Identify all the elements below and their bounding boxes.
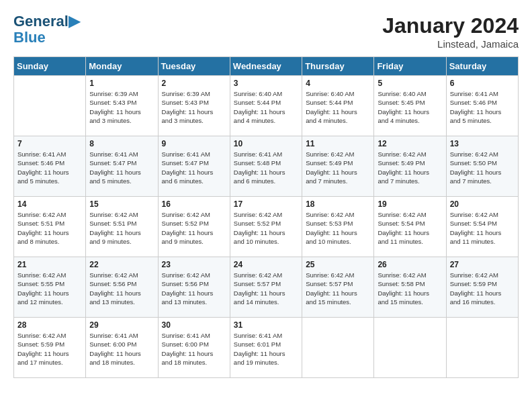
calendar-cell: 22Sunrise: 6:42 AM Sunset: 5:56 PM Dayli… xyxy=(86,257,158,318)
header-day-monday: Monday xyxy=(86,57,158,76)
calendar-cell: 19Sunrise: 6:42 AM Sunset: 5:54 PM Dayli… xyxy=(374,197,446,257)
day-info: Sunrise: 6:40 AM Sunset: 5:44 PM Dayligh… xyxy=(306,89,370,125)
day-info: Sunrise: 6:39 AM Sunset: 5:43 PM Dayligh… xyxy=(89,89,154,125)
calendar-cell: 16Sunrise: 6:42 AM Sunset: 5:52 PM Dayli… xyxy=(158,197,230,257)
day-info: Sunrise: 6:40 AM Sunset: 5:45 PM Dayligh… xyxy=(378,89,442,125)
day-number: 30 xyxy=(162,320,226,330)
day-info: Sunrise: 6:42 AM Sunset: 5:51 PM Dayligh… xyxy=(17,210,82,246)
week-row-1: 1Sunrise: 6:39 AM Sunset: 5:43 PM Daylig… xyxy=(14,76,519,136)
day-number: 29 xyxy=(89,320,154,330)
day-info: Sunrise: 6:41 AM Sunset: 5:47 PM Dayligh… xyxy=(162,150,226,185)
header-day-wednesday: Wednesday xyxy=(230,57,302,76)
header-day-thursday: Thursday xyxy=(302,57,374,76)
day-number: 24 xyxy=(234,260,298,269)
calendar-cell: 20Sunrise: 6:42 AM Sunset: 5:54 PM Dayli… xyxy=(446,197,518,257)
calendar-cell: 28Sunrise: 6:42 AM Sunset: 5:59 PM Dayli… xyxy=(14,318,86,378)
calendar-cell: 25Sunrise: 6:42 AM Sunset: 5:57 PM Dayli… xyxy=(302,257,374,318)
calendar-cell: 11Sunrise: 6:42 AM Sunset: 5:49 PM Dayli… xyxy=(302,136,374,197)
calendar-cell: 15Sunrise: 6:42 AM Sunset: 5:51 PM Dayli… xyxy=(86,197,158,257)
calendar-header: SundayMondayTuesdayWednesdayThursdayFrid… xyxy=(14,57,519,76)
calendar-cell: 3Sunrise: 6:40 AM Sunset: 5:44 PM Daylig… xyxy=(230,76,302,136)
day-info: Sunrise: 6:39 AM Sunset: 5:43 PM Dayligh… xyxy=(162,89,226,125)
day-info: Sunrise: 6:42 AM Sunset: 5:56 PM Dayligh… xyxy=(162,271,226,306)
page-header: General▶ Blue January 2024 Linstead, Jam… xyxy=(13,13,519,50)
calendar-cell: 7Sunrise: 6:41 AM Sunset: 5:46 PM Daylig… xyxy=(14,136,86,197)
header-day-friday: Friday xyxy=(374,57,446,76)
day-info: Sunrise: 6:42 AM Sunset: 5:57 PM Dayligh… xyxy=(306,271,370,306)
calendar-cell: 6Sunrise: 6:41 AM Sunset: 5:46 PM Daylig… xyxy=(446,76,518,136)
day-number: 26 xyxy=(378,260,442,269)
calendar-cell: 24Sunrise: 6:42 AM Sunset: 5:57 PM Dayli… xyxy=(230,257,302,318)
header-day-sunday: Sunday xyxy=(14,57,86,76)
calendar-cell: 27Sunrise: 6:42 AM Sunset: 5:59 PM Dayli… xyxy=(446,257,518,318)
calendar-cell: 30Sunrise: 6:41 AM Sunset: 6:00 PM Dayli… xyxy=(158,318,230,378)
day-number: 9 xyxy=(162,139,226,148)
calendar-cell: 23Sunrise: 6:42 AM Sunset: 5:56 PM Dayli… xyxy=(158,257,230,318)
calendar-body: 1Sunrise: 6:39 AM Sunset: 5:43 PM Daylig… xyxy=(14,76,519,378)
calendar-cell: 10Sunrise: 6:41 AM Sunset: 5:48 PM Dayli… xyxy=(230,136,302,197)
day-info: Sunrise: 6:41 AM Sunset: 5:48 PM Dayligh… xyxy=(234,150,298,185)
header-day-saturday: Saturday xyxy=(446,57,518,76)
location: Linstead, Jamaica xyxy=(382,38,519,50)
day-number: 5 xyxy=(378,79,442,88)
logo-text-line2: Blue xyxy=(13,30,46,46)
week-row-3: 14Sunrise: 6:42 AM Sunset: 5:51 PM Dayli… xyxy=(14,197,519,257)
day-number: 20 xyxy=(450,199,515,209)
day-info: Sunrise: 6:42 AM Sunset: 5:54 PM Dayligh… xyxy=(378,210,442,246)
day-number: 22 xyxy=(89,260,154,269)
calendar-cell: 29Sunrise: 6:41 AM Sunset: 6:00 PM Dayli… xyxy=(86,318,158,378)
day-number: 18 xyxy=(306,199,370,209)
day-number: 19 xyxy=(378,199,442,209)
day-number: 15 xyxy=(89,199,154,209)
day-number: 23 xyxy=(162,260,226,269)
calendar-cell: 8Sunrise: 6:41 AM Sunset: 5:47 PM Daylig… xyxy=(86,136,158,197)
day-info: Sunrise: 6:41 AM Sunset: 6:00 PM Dayligh… xyxy=(89,331,154,367)
day-info: Sunrise: 6:42 AM Sunset: 5:55 PM Dayligh… xyxy=(17,271,82,306)
day-number: 12 xyxy=(378,139,442,148)
day-number: 31 xyxy=(234,320,298,330)
logo-text-line1: General▶ xyxy=(13,13,80,30)
day-info: Sunrise: 6:42 AM Sunset: 5:58 PM Dayligh… xyxy=(378,271,442,306)
calendar-cell: 5Sunrise: 6:40 AM Sunset: 5:45 PM Daylig… xyxy=(374,76,446,136)
day-info: Sunrise: 6:41 AM Sunset: 5:47 PM Dayligh… xyxy=(89,150,154,185)
day-number: 25 xyxy=(306,260,370,269)
calendar-cell: 26Sunrise: 6:42 AM Sunset: 5:58 PM Dayli… xyxy=(374,257,446,318)
day-number: 10 xyxy=(234,139,298,148)
day-number: 13 xyxy=(450,139,515,148)
day-number: 27 xyxy=(450,260,515,269)
day-number: 21 xyxy=(17,260,82,269)
calendar-cell: 18Sunrise: 6:42 AM Sunset: 5:53 PM Dayli… xyxy=(302,197,374,257)
month-title: January 2024 xyxy=(382,13,519,38)
calendar-cell: 21Sunrise: 6:42 AM Sunset: 5:55 PM Dayli… xyxy=(14,257,86,318)
calendar-cell: 13Sunrise: 6:42 AM Sunset: 5:50 PM Dayli… xyxy=(446,136,518,197)
day-info: Sunrise: 6:42 AM Sunset: 5:49 PM Dayligh… xyxy=(378,150,442,185)
day-info: Sunrise: 6:42 AM Sunset: 5:53 PM Dayligh… xyxy=(306,210,370,246)
day-number: 11 xyxy=(306,139,370,148)
logo: General▶ Blue xyxy=(13,13,80,46)
day-number: 8 xyxy=(89,139,154,148)
day-info: Sunrise: 6:42 AM Sunset: 5:57 PM Dayligh… xyxy=(234,271,298,306)
day-number: 1 xyxy=(89,79,154,88)
day-number: 17 xyxy=(234,199,298,209)
title-block: January 2024 Linstead, Jamaica xyxy=(382,13,519,50)
calendar-cell: 1Sunrise: 6:39 AM Sunset: 5:43 PM Daylig… xyxy=(86,76,158,136)
day-number: 16 xyxy=(162,199,226,209)
day-number: 28 xyxy=(17,320,82,330)
week-row-4: 21Sunrise: 6:42 AM Sunset: 5:55 PM Dayli… xyxy=(14,257,519,318)
day-number: 6 xyxy=(450,79,515,88)
day-number: 3 xyxy=(234,79,298,88)
day-number: 7 xyxy=(17,139,82,148)
calendar-cell: 12Sunrise: 6:42 AM Sunset: 5:49 PM Dayli… xyxy=(374,136,446,197)
week-row-2: 7Sunrise: 6:41 AM Sunset: 5:46 PM Daylig… xyxy=(14,136,519,197)
calendar-cell xyxy=(374,318,446,378)
week-row-5: 28Sunrise: 6:42 AM Sunset: 5:59 PM Dayli… xyxy=(14,318,519,378)
day-info: Sunrise: 6:41 AM Sunset: 5:46 PM Dayligh… xyxy=(450,89,515,125)
day-info: Sunrise: 6:42 AM Sunset: 5:52 PM Dayligh… xyxy=(162,210,226,246)
day-info: Sunrise: 6:42 AM Sunset: 5:59 PM Dayligh… xyxy=(17,331,82,367)
day-info: Sunrise: 6:41 AM Sunset: 6:01 PM Dayligh… xyxy=(234,331,298,367)
day-info: Sunrise: 6:40 AM Sunset: 5:44 PM Dayligh… xyxy=(234,89,298,125)
day-info: Sunrise: 6:42 AM Sunset: 5:54 PM Dayligh… xyxy=(450,210,515,246)
calendar-cell: 17Sunrise: 6:42 AM Sunset: 5:52 PM Dayli… xyxy=(230,197,302,257)
calendar-cell xyxy=(302,318,374,378)
calendar-cell: 4Sunrise: 6:40 AM Sunset: 5:44 PM Daylig… xyxy=(302,76,374,136)
